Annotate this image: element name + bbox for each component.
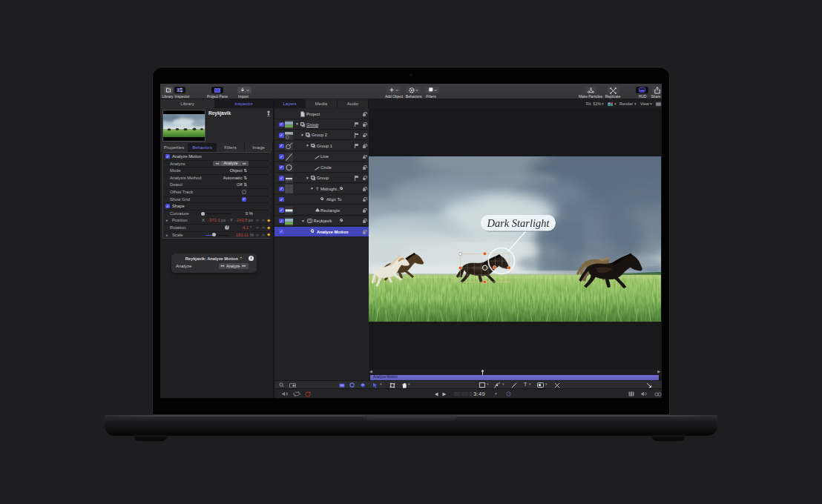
svg-text:Dark Starlight: Dark Starlight [486, 217, 550, 229]
